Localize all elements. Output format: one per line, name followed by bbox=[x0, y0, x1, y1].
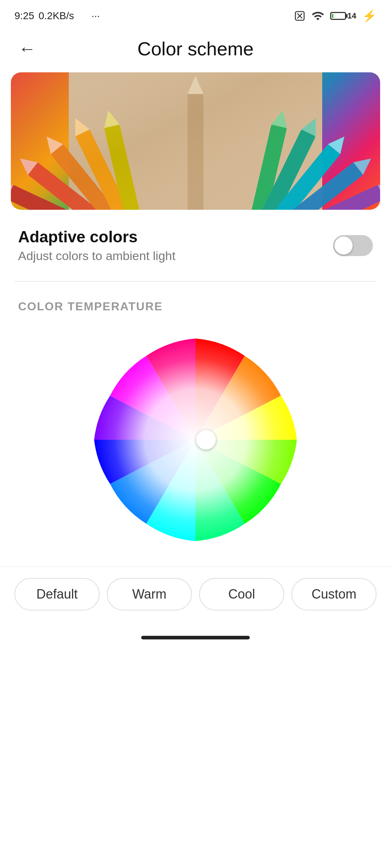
battery-box bbox=[330, 12, 346, 20]
page-title: Color scheme bbox=[138, 38, 254, 60]
battery-level: 14 bbox=[348, 11, 356, 21]
more-dots: ··· bbox=[92, 10, 100, 22]
home-bar bbox=[141, 636, 250, 639]
charging-icon: ⚡ bbox=[362, 9, 377, 23]
battery-indicator: 14 bbox=[330, 11, 356, 21]
status-left: 9:25 0.2KB/s ··· bbox=[14, 10, 100, 22]
pencils-svg bbox=[11, 72, 380, 210]
color-temperature-label: COLOR TEMPERATURE bbox=[18, 300, 373, 313]
network-speed: 0.2KB/s bbox=[39, 10, 74, 22]
bottom-options: Default Warm Cool Custom bbox=[0, 566, 391, 625]
hero-image bbox=[11, 72, 380, 210]
option-default[interactable]: Default bbox=[14, 578, 100, 610]
section-divider bbox=[14, 281, 377, 282]
wifi-icon bbox=[311, 9, 324, 22]
pencils-container bbox=[11, 72, 380, 210]
adaptive-colors-text: Adaptive colors Adjust colors to ambient… bbox=[18, 228, 176, 263]
svg-rect-30 bbox=[69, 72, 322, 210]
back-arrow-icon: ← bbox=[18, 40, 36, 58]
close-icon bbox=[294, 10, 306, 22]
color-wheel-knob[interactable] bbox=[196, 430, 216, 450]
svg-point-31 bbox=[94, 339, 297, 541]
adaptive-colors-section: Adaptive colors Adjust colors to ambient… bbox=[0, 210, 391, 274]
adaptive-colors-row: Adaptive colors Adjust colors to ambient… bbox=[18, 228, 373, 263]
color-temperature-section: COLOR TEMPERATURE bbox=[0, 289, 391, 566]
back-button[interactable]: ← bbox=[14, 36, 40, 61]
time-text: 9:25 bbox=[14, 10, 34, 22]
home-indicator bbox=[0, 625, 391, 647]
color-wheel[interactable] bbox=[91, 335, 300, 545]
color-wheel-container[interactable] bbox=[18, 328, 373, 559]
battery-fill bbox=[332, 14, 334, 18]
option-custom[interactable]: Custom bbox=[291, 578, 377, 610]
header: ← Color scheme bbox=[0, 29, 391, 72]
temperature-options-row: Default Warm Cool Custom bbox=[14, 578, 377, 610]
status-right: 14 ⚡ bbox=[294, 9, 377, 23]
option-cool[interactable]: Cool bbox=[199, 578, 284, 610]
toggle-knob bbox=[335, 237, 353, 255]
adaptive-colors-subtitle: Adjust colors to ambient light bbox=[18, 249, 176, 263]
adaptive-colors-title: Adaptive colors bbox=[18, 228, 176, 246]
color-wheel-svg bbox=[91, 335, 300, 545]
option-warm[interactable]: Warm bbox=[107, 578, 192, 610]
status-bar: 9:25 0.2KB/s ··· 14 bbox=[0, 0, 391, 29]
adaptive-colors-toggle[interactable] bbox=[333, 235, 373, 256]
